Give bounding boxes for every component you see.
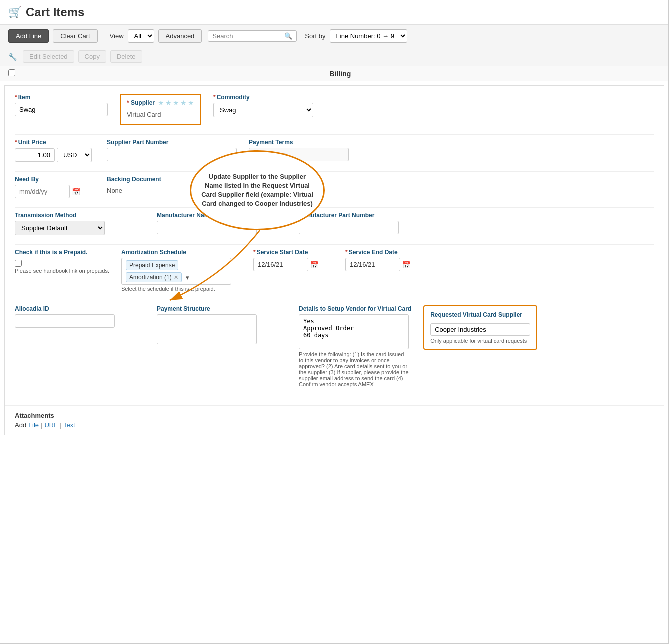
supplier-part-number-group: Supplier Part Number [107,139,237,162]
supplier-group: * Supplier ★ ★ ★ ★ ★ Virtual Card [120,94,202,126]
savings-label: Savings % [249,176,329,183]
supplier-label: * Supplier [127,100,155,106]
table-header-row: Billing [0,66,668,82]
item-input[interactable] [15,103,108,116]
prepaid-hint: Please see handbook link on prepaids. [15,268,110,274]
allocadia-label: Allocadia ID [15,306,145,312]
supplier-stars: ★ ★ ★ ★ ★ [158,99,194,107]
virtual-card-box: Requested Virtual Card Supplier Only app… [424,306,538,350]
need-by-date-group: 📅 [15,185,95,198]
calendar-icon[interactable]: 📅 [72,188,80,196]
transmission-method-select[interactable]: Supplier Default [15,221,105,236]
prepaid-checkbox[interactable] [15,260,22,267]
service-end-input[interactable] [346,258,400,272]
service-end-group: *Service End Date 📅 [346,249,426,292]
form-row-1: *Item * Supplier ★ ★ ★ [15,94,654,126]
need-by-input[interactable] [15,185,70,198]
service-start-group: *Service Start Date 📅 [254,249,334,292]
amort-tag-2: Amortization (1) ✕ [126,272,182,282]
supplier-box: * Supplier ★ ★ ★ ★ ★ Virtual Card [120,94,202,126]
transmission-method-label: Transmission Method [15,212,145,219]
search-box: 🔍 [208,30,297,42]
details-hint: Provide the following: (1) Is the card i… [299,352,409,388]
backing-document-group: Backing Document None [107,176,237,198]
payment-structure-input[interactable] [157,314,257,344]
service-end-calendar-icon[interactable]: 📅 [402,261,411,269]
main-content: *Item * Supplier ★ ★ ★ [4,86,664,436]
attach-add-label: Add [15,422,26,429]
virtual-card-supplier-label: Requested Virtual Card Supplier [430,312,530,318]
payment-terms-group: Payment Terms [249,139,349,162]
manufacturer-part-number-input[interactable] [299,221,399,234]
select-all-checkbox[interactable] [8,70,16,76]
manufacturer-name-input[interactable] [157,221,257,234]
prepaid-group: Check if this is a Prepaid. Please see h… [15,249,110,292]
form-row-2: *Unit Price USD Supplier Part Number Pay… [15,139,654,162]
allocadia-input[interactable] [15,314,115,328]
form-section: *Item * Supplier ★ ★ ★ [5,86,664,406]
amort-tag-remove[interactable]: ✕ [174,274,178,281]
payment-structure-label: Payment Structure [157,306,287,312]
sub-toolbar: 🔧 Edit Selected Copy Delete [0,48,668,66]
savings-input[interactable] [249,185,309,198]
sort-select[interactable]: Line Number: 0 → 9 [330,30,408,43]
view-select[interactable]: All [128,30,154,43]
advanced-button[interactable]: Advanced [158,30,202,43]
bottom-row: Allocadia ID Payment Structure Details t… [15,306,654,398]
item-label: *Item [15,94,108,101]
clear-cart-button[interactable]: Clear Cart [53,30,98,43]
prepaid-label: Check if this is a Prepaid. [15,249,110,256]
form-row-4: Transmission Method Supplier Default Man… [15,212,654,236]
commodity-label: *Commodity [214,94,314,101]
copy-button[interactable]: Copy [78,50,106,63]
attach-file-link[interactable]: File [28,422,39,429]
payment-terms-input[interactable] [249,148,349,162]
attach-url-link[interactable]: URL [44,422,58,429]
amortization-tags: Prepaid Expense Amortization (1) ✕ ▾ [122,258,232,285]
toolbar: Add Line Clear Cart View All Advanced 🔍 … [0,26,668,48]
virtual-card-hint: Only applicable for virtual card request… [430,338,530,344]
form-row-5: Check if this is a Prepaid. Please see h… [15,249,654,292]
service-start-date-group: 📅 [254,258,334,272]
billing-header: Billing [20,70,660,78]
supplier-part-number-label: Supplier Part Number [107,139,237,146]
supplier-part-number-input[interactable] [107,148,237,162]
page-title: Cart Items [26,6,84,20]
amortization-hint: Select the schedule if this is a prepaid… [122,286,242,292]
service-start-input[interactable] [254,258,308,272]
backing-document-value: None [107,185,237,196]
sort-label: Sort by [305,32,326,40]
allocadia-group: Allocadia ID [15,306,145,328]
wrench-icon: 🔧 [8,53,17,61]
commodity-select[interactable]: Swag [214,103,314,118]
attachments-links: Add File | URL | Text [15,422,654,429]
form-row-3: Need By 📅 Backing Document None Savings … [15,176,654,198]
add-line-button[interactable]: Add Line [8,30,49,43]
search-input[interactable] [212,32,282,40]
price-input-group: USD [15,148,95,162]
savings-group: Savings % [249,176,329,198]
amort-chevron-icon[interactable]: ▾ [186,274,190,282]
service-end-label: *Service End Date [346,249,426,256]
attach-text-link[interactable]: Text [64,422,76,429]
need-by-label: Need By [15,176,95,183]
edit-selected-button[interactable]: Edit Selected [23,50,74,63]
page-header: 🛒 Cart Items [0,0,668,26]
virtual-card-supplier-input[interactable] [430,324,530,336]
cart-icon: 🛒 [8,6,22,19]
details-label: Details to Setup Vendor for Virtual Card [299,306,412,312]
item-group: *Item [15,94,108,126]
payment-terms-label: Payment Terms [249,139,349,146]
service-start-calendar-icon[interactable]: 📅 [310,261,319,269]
attachments-section: Attachments Add File | URL | Text [5,406,664,435]
supplier-value: Virtual Card [127,109,194,120]
amortization-group: Amortization Schedule Prepaid Expense Am… [122,249,242,292]
attachments-title: Attachments [15,412,654,420]
transmission-method-group: Transmission Method Supplier Default [15,212,145,236]
details-textarea[interactable]: Yes Approved Order 60 days [299,314,409,350]
delete-button[interactable]: Delete [110,50,142,63]
search-icon: 🔍 [284,32,292,40]
unit-price-label: *Unit Price [15,139,95,146]
unit-price-input[interactable] [15,148,55,162]
currency-select[interactable]: USD [57,148,92,162]
